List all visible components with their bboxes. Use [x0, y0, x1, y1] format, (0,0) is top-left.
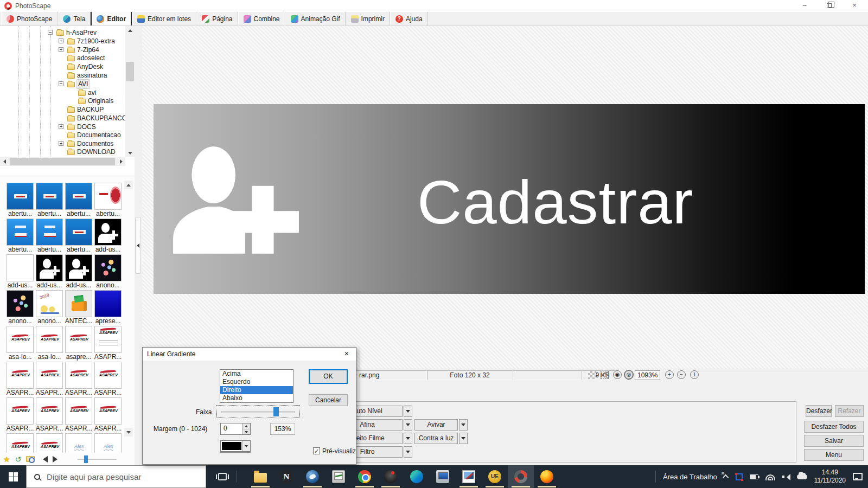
thumbnail[interactable]: ASAPREV [5, 433, 35, 453]
tab-pagina[interactable]: Página [196, 12, 238, 25]
thumbnail[interactable]: ASAPREV [35, 433, 64, 453]
thumbnail[interactable]: ASAPREVASAPR... [93, 362, 123, 397]
collapse-icon[interactable] [59, 81, 63, 86]
thumbnail[interactable]: abertu... [5, 219, 35, 254]
restore-button[interactable] [817, 0, 842, 12]
option-abaixo[interactable]: Abaixo [220, 394, 293, 402]
battery-icon[interactable] [750, 474, 758, 479]
thumb-scroll-down-button[interactable] [124, 428, 133, 436]
sharpen-dropdown-arrow[interactable] [404, 419, 412, 431]
menu-button[interactable]: Menu [804, 449, 864, 461]
scrollbar-thumb[interactable] [10, 158, 115, 165]
tree-item[interactable]: 7z1900-extra [0, 37, 135, 46]
scroll-down-button[interactable] [126, 149, 135, 157]
margem-spinner[interactable]: 0 [220, 423, 251, 435]
taskbar-system-monitor[interactable] [326, 465, 352, 488]
tab-combine[interactable]: Combine [238, 12, 285, 25]
spin-down-button[interactable] [242, 429, 250, 434]
thumbnail[interactable]: Alex [64, 433, 93, 453]
zoom-fit-icon[interactable]: ◎ [624, 370, 633, 379]
direction-listbox[interactable]: Acima Esquerdo Direito Abaixo [220, 369, 293, 403]
taskbar-ultraedit[interactable]: UE [482, 465, 508, 488]
thumbnail[interactable]: add-us... [64, 254, 93, 290]
forward-icon[interactable] [53, 456, 61, 463]
desktop-toolbar-label[interactable]: Área de Trabalho» [663, 473, 717, 481]
onedrive-icon[interactable] [797, 474, 807, 479]
tree-item[interactable]: h-AsaPrev [0, 28, 135, 37]
tab-photoscape[interactable]: PhotoScape [1, 12, 58, 25]
thumbnail[interactable]: aprese... [93, 290, 123, 326]
thumbnail[interactable]: Alex [93, 433, 123, 453]
thumbnail[interactable]: anono... [5, 290, 35, 326]
expand-icon[interactable] [59, 141, 63, 146]
backlight-dropdown[interactable]: Contra a luz [414, 433, 458, 444]
tab-tela[interactable]: Tela [58, 12, 91, 25]
taskbar-firefox[interactable] [534, 465, 560, 488]
fit-window-icon[interactable] [601, 371, 609, 379]
thumbnail[interactable]: ANTEC... [64, 290, 93, 326]
scroll-left-button[interactable] [0, 157, 9, 166]
info-icon[interactable]: i [690, 370, 699, 379]
option-direito[interactable]: Direito [220, 386, 293, 394]
brighten-dropdown[interactable]: Avivar [414, 419, 458, 431]
tree-item[interactable]: DOCS [0, 123, 135, 131]
notification-center-icon[interactable] [853, 473, 863, 480]
filter-dropdown-arrow[interactable] [404, 446, 412, 458]
zoom-in-icon[interactable]: + [665, 370, 674, 379]
gradient-color-picker[interactable] [220, 440, 251, 452]
taskbar-search[interactable]: Digite aqui para pesquisar [26, 465, 206, 488]
cancel-button[interactable]: Cancelar [309, 394, 348, 406]
start-button[interactable] [0, 465, 26, 488]
thumbnail[interactable]: ASAPREVasapre... [64, 326, 93, 362]
undo-all-button[interactable]: Desfazer Todos [804, 421, 864, 433]
collapse-icon[interactable] [48, 30, 53, 35]
thumbnail[interactable]: ASAPREVasa-lo... [5, 326, 35, 362]
taskbar-image-editor[interactable] [456, 465, 482, 488]
option-acima[interactable]: Acima [220, 370, 293, 378]
tab-imprimir[interactable]: Imprimir [346, 12, 390, 25]
thumbnail[interactable]: anono... [93, 254, 123, 290]
tree-item[interactable]: assinatura [0, 71, 135, 80]
minimize-button[interactable]: – [792, 0, 817, 12]
tree-item[interactable]: AnyDesk [0, 62, 135, 71]
expand-icon[interactable] [59, 38, 63, 43]
backlight-dropdown-arrow[interactable] [459, 433, 468, 444]
film-effect-dropdown-arrow[interactable] [404, 433, 412, 444]
tree-item[interactable]: Documentos [0, 139, 135, 148]
tree-item[interactable]: Originals [0, 97, 135, 105]
slider-knob[interactable] [84, 455, 88, 463]
thumbnail[interactable]: ASAPREVASAPR... [35, 397, 64, 433]
thumbnail[interactable]: ASAPREVasa-lo... [35, 326, 64, 362]
scroll-right-button[interactable] [117, 157, 125, 166]
expand-icon[interactable] [59, 124, 63, 129]
tab-animacao-gif[interactable]: Animação Gif [285, 12, 346, 25]
brighten-dropdown-arrow[interactable] [459, 419, 468, 431]
slider-thumb[interactable] [273, 407, 279, 416]
volume-icon[interactable] [782, 473, 790, 480]
tree-vertical-scrollbar[interactable] [125, 26, 135, 157]
panel-splitter[interactable] [135, 26, 142, 465]
tree-item[interactable]: adoselect [0, 54, 135, 62]
tab-ajuda[interactable]: ?Ajuda [390, 12, 428, 25]
refresh-icon[interactable]: ↺ [15, 455, 22, 464]
thumbnail[interactable]: ASAPREVASAPR... [35, 362, 64, 397]
thumbnail[interactable]: ASAPREVASAPR... [93, 397, 123, 433]
spin-up-button[interactable] [242, 423, 250, 429]
ok-button[interactable]: OK [309, 369, 348, 384]
thumbnail[interactable]: abertu... [64, 183, 93, 219]
taskbar-edge[interactable] [404, 465, 430, 488]
tree-item[interactable]: DOWNLOAD [0, 147, 135, 156]
taskbar-pc-app[interactable] [430, 465, 456, 488]
redo-button[interactable]: Refazer [835, 405, 864, 417]
option-esquerdo[interactable]: Esquerdo [220, 378, 293, 386]
auto-level-dropdown-arrow[interactable] [404, 406, 412, 417]
thumbnail[interactable]: ASAPREVASAPR... [93, 326, 123, 362]
transparency-checker-icon[interactable] [588, 371, 596, 379]
thumbnail[interactable]: ASAPREVASAPR... [5, 362, 35, 397]
tree-item[interactable]: 7-Zip64 [0, 46, 135, 54]
thumbnail[interactable]: ASAPREVASAPR... [64, 397, 93, 433]
selection-tool-tray-icon[interactable] [736, 473, 743, 480]
tree-item[interactable]: BACKUPBANCO [0, 114, 135, 123]
zoom-out-icon[interactable]: − [677, 370, 686, 379]
thumbnail[interactable]: add-us... [35, 254, 64, 290]
